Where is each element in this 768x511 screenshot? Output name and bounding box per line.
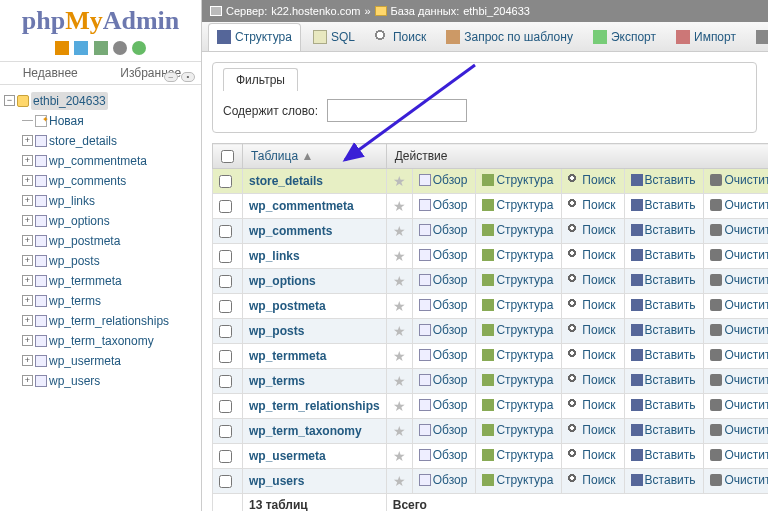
- row-checkbox[interactable]: [219, 375, 232, 388]
- row-checkbox[interactable]: [219, 450, 232, 463]
- browse-link[interactable]: Обзор: [419, 298, 468, 312]
- collapse-button[interactable]: –: [164, 72, 178, 82]
- empty-link[interactable]: Очистить: [710, 173, 768, 187]
- tree-toggle[interactable]: +: [22, 355, 33, 366]
- tab-export[interactable]: Экспорт: [585, 22, 664, 52]
- structure-link[interactable]: Структура: [482, 273, 553, 287]
- structure-link[interactable]: Структура: [482, 348, 553, 362]
- empty-link[interactable]: Очистить: [710, 448, 768, 462]
- browse-link[interactable]: Обзор: [419, 423, 468, 437]
- tree-table[interactable]: store_details: [49, 132, 117, 150]
- empty-link[interactable]: Очистить: [710, 298, 768, 312]
- tree-table[interactable]: wp_links: [49, 192, 95, 210]
- tab-import[interactable]: Импорт: [668, 22, 744, 52]
- table-name-link[interactable]: wp_postmeta: [249, 299, 326, 313]
- insert-link[interactable]: Вставить: [631, 198, 696, 212]
- favorite-star[interactable]: ★: [393, 373, 406, 389]
- tab-search[interactable]: Поиск: [367, 22, 434, 52]
- tree-toggle[interactable]: +: [22, 255, 33, 266]
- browse-link[interactable]: Обзор: [419, 223, 468, 237]
- structure-link[interactable]: Структура: [482, 323, 553, 337]
- home-icon[interactable]: [55, 41, 69, 55]
- row-checkbox[interactable]: [219, 300, 232, 313]
- empty-link[interactable]: Очистить: [710, 398, 768, 412]
- structure-link[interactable]: Структура: [482, 473, 553, 487]
- search-link[interactable]: Поиск: [568, 248, 615, 262]
- empty-link[interactable]: Очистить: [710, 248, 768, 262]
- th-table[interactable]: Таблица ▲: [243, 144, 387, 169]
- expand-button[interactable]: •: [181, 72, 195, 82]
- insert-link[interactable]: Вставить: [631, 348, 696, 362]
- search-link[interactable]: Поиск: [568, 473, 615, 487]
- table-name-link[interactable]: wp_term_relationships: [249, 399, 380, 413]
- tree-toggle[interactable]: +: [22, 295, 33, 306]
- check-all-header[interactable]: [221, 150, 234, 163]
- browse-link[interactable]: Обзор: [419, 398, 468, 412]
- favorite-star[interactable]: ★: [393, 473, 406, 489]
- favorite-star[interactable]: ★: [393, 223, 406, 239]
- favorite-star[interactable]: ★: [393, 198, 406, 214]
- insert-link[interactable]: Вставить: [631, 373, 696, 387]
- favorite-star[interactable]: ★: [393, 248, 406, 264]
- docs-icon[interactable]: [94, 41, 108, 55]
- tree-table[interactable]: wp_terms: [49, 292, 101, 310]
- insert-link[interactable]: Вставить: [631, 398, 696, 412]
- structure-link[interactable]: Структура: [482, 423, 553, 437]
- empty-link[interactable]: Очистить: [710, 373, 768, 387]
- row-checkbox[interactable]: [219, 425, 232, 438]
- table-name-link[interactable]: wp_commentmeta: [249, 199, 354, 213]
- favorite-star[interactable]: ★: [393, 423, 406, 439]
- favorite-star[interactable]: ★: [393, 398, 406, 414]
- search-link[interactable]: Поиск: [568, 348, 615, 362]
- table-name-link[interactable]: wp_users: [249, 474, 304, 488]
- tree-toggle[interactable]: +: [22, 315, 33, 326]
- tree-table[interactable]: wp_term_relationships: [49, 312, 169, 330]
- tab-sql[interactable]: SQL: [305, 22, 363, 52]
- search-link[interactable]: Поиск: [568, 423, 615, 437]
- search-link[interactable]: Поиск: [568, 448, 615, 462]
- insert-link[interactable]: Вставить: [631, 298, 696, 312]
- search-link[interactable]: Поиск: [568, 223, 615, 237]
- tree-table[interactable]: wp_options: [49, 212, 110, 230]
- tree-table[interactable]: wp_postmeta: [49, 232, 120, 250]
- search-link[interactable]: Поиск: [568, 323, 615, 337]
- tree-table[interactable]: wp_usermeta: [49, 352, 121, 370]
- tree-table[interactable]: wp_commentmeta: [49, 152, 147, 170]
- favorite-star[interactable]: ★: [393, 448, 406, 464]
- insert-link[interactable]: Вставить: [631, 448, 696, 462]
- search-link[interactable]: Поиск: [568, 173, 615, 187]
- settings-icon[interactable]: [113, 41, 127, 55]
- tree-toggle[interactable]: +: [22, 195, 33, 206]
- empty-link[interactable]: Очистить: [710, 423, 768, 437]
- tree-toggle[interactable]: −: [4, 95, 15, 106]
- table-name-link[interactable]: wp_comments: [249, 224, 332, 238]
- row-checkbox[interactable]: [219, 225, 232, 238]
- browse-link[interactable]: Обзор: [419, 348, 468, 362]
- table-name-link[interactable]: wp_termmeta: [249, 349, 326, 363]
- insert-link[interactable]: Вставить: [631, 273, 696, 287]
- empty-link[interactable]: Очистить: [710, 473, 768, 487]
- insert-link[interactable]: Вставить: [631, 223, 696, 237]
- structure-link[interactable]: Структура: [482, 298, 553, 312]
- tree-table[interactable]: wp_users: [49, 372, 100, 390]
- empty-link[interactable]: Очистить: [710, 323, 768, 337]
- insert-link[interactable]: Вставить: [631, 173, 696, 187]
- insert-link[interactable]: Вставить: [631, 473, 696, 487]
- tree-toggle[interactable]: +: [22, 155, 33, 166]
- structure-link[interactable]: Структура: [482, 198, 553, 212]
- reload-icon[interactable]: [132, 41, 146, 55]
- structure-link[interactable]: Структура: [482, 223, 553, 237]
- empty-link[interactable]: Очистить: [710, 348, 768, 362]
- row-checkbox[interactable]: [219, 250, 232, 263]
- favorite-star[interactable]: ★: [393, 298, 406, 314]
- tree-table[interactable]: wp_termmeta: [49, 272, 122, 290]
- table-name-link[interactable]: wp_usermeta: [249, 449, 326, 463]
- structure-link[interactable]: Структура: [482, 373, 553, 387]
- breadcrumb-server[interactable]: k22.hostenko.com: [271, 5, 360, 17]
- table-name-link[interactable]: wp_options: [249, 274, 316, 288]
- structure-link[interactable]: Структура: [482, 173, 553, 187]
- table-name-link[interactable]: wp_posts: [249, 324, 304, 338]
- tree-toggle[interactable]: +: [22, 235, 33, 246]
- favorite-star[interactable]: ★: [393, 173, 406, 189]
- favorite-star[interactable]: ★: [393, 273, 406, 289]
